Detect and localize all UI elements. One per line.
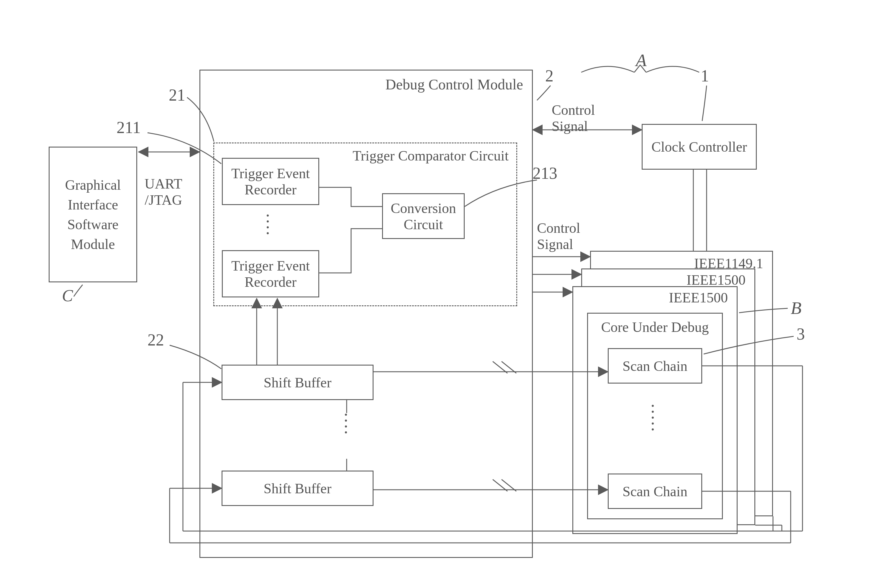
ref-3-text: 3 [796,325,805,343]
clock-controller: Clock Controller [642,124,757,170]
shift-buffer-2: Shift Buffer [222,471,374,506]
ref-22: 22 [147,330,164,350]
ieee-1500a-label: IEEE1500 [687,272,746,288]
ref-a-text: A [636,51,647,70]
scan-chain-1: Scan Chain [608,348,702,384]
ref-211: 211 [117,118,141,137]
scan-chain-1-label: Scan Chain [622,358,687,374]
core-under-debug-label: Core Under Debug [601,319,709,335]
control-signal-top-text: ControlSignal [552,102,595,134]
graphical-software-module: GraphicalInterfaceSoftwareModule [49,147,137,282]
ref-2: 2 [545,66,554,85]
ref-22-text: 22 [147,331,164,349]
ref-213: 213 [532,164,557,183]
ref-21-text: 21 [169,86,185,104]
shift-buffer-1-label: Shift Buffer [264,374,332,391]
ref-c-text: C [62,286,73,305]
clock-controller-label: Clock Controller [651,139,747,155]
conversion-circuit: ConversionCircuit [382,193,465,239]
control-signal-mid-label: ControlSignal [537,204,580,252]
graphical-software-module-label: GraphicalInterfaceSoftwareModule [65,175,121,254]
ref-2-text: 2 [545,67,554,85]
ref-213-text: 213 [532,164,557,182]
ref-211-text: 211 [117,118,141,136]
ref-21: 21 [169,86,185,105]
ref-b: B [790,298,802,318]
shift-buffer-1: Shift Buffer [222,364,374,400]
control-signal-mid-text: ControlSignal [537,220,580,252]
control-signal-top-label: ControlSignal [552,86,595,134]
trigger-event-recorder-2-label: Trigger EventRecorder [231,258,310,290]
trigger-event-recorder-2: Trigger EventRecorder [222,250,319,297]
trigger-event-recorder-1-label: Trigger EventRecorder [231,165,310,198]
ref-1: 1 [701,66,709,85]
ref-b-text: B [790,298,802,318]
ref-3: 3 [796,324,805,344]
trigger-comparator-circuit-label: Trigger Comparator Circuit [352,147,508,164]
ref-1-text: 1 [701,67,709,85]
vdots-shift: ···· [344,412,350,435]
ref-c: C [62,286,73,305]
trigger-event-recorder-1: Trigger EventRecorder [222,158,319,205]
ieee-1500b-label: IEEE1500 [669,290,728,306]
ref-a: A [636,50,647,70]
scan-chain-2: Scan Chain [608,474,702,509]
vdots-trigger: ···· [266,212,271,236]
debug-control-module-label: Debug Control Module [385,76,523,93]
conversion-circuit-label: ConversionCircuit [391,200,456,232]
uart-jtag-text: UART/JTAG [145,176,182,208]
shift-buffer-2-label: Shift Buffer [264,480,332,496]
scan-chain-2-label: Scan Chain [622,483,687,500]
uart-jtag-label: UART/JTAG [145,159,182,208]
vdots-scan: ····· [651,403,656,432]
